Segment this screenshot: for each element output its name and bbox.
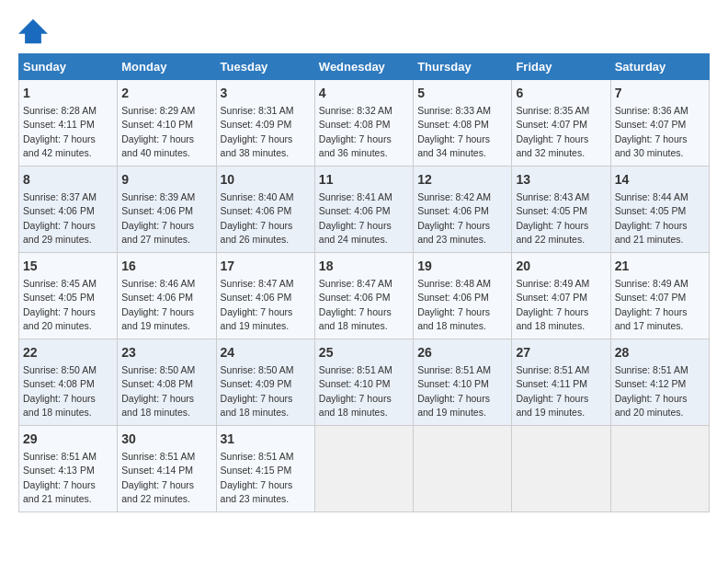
calendar-week-row: 29Sunrise: 8:51 AMSunset: 4:13 PMDayligh… [19, 425, 710, 511]
calendar-cell: 25Sunrise: 8:51 AMSunset: 4:10 PMDayligh… [314, 339, 413, 425]
day-info: Sunrise: 8:47 AMSunset: 4:06 PMDaylight:… [221, 278, 294, 332]
day-number: 26 [417, 344, 507, 362]
day-number: 6 [516, 85, 606, 102]
calendar-cell: 21Sunrise: 8:49 AMSunset: 4:07 PMDayligh… [610, 252, 709, 339]
day-info: Sunrise: 8:46 AMSunset: 4:06 PMDaylight:… [121, 278, 195, 332]
day-number: 20 [516, 258, 606, 275]
day-number: 27 [516, 344, 606, 362]
calendar-cell: 8Sunrise: 8:37 AMSunset: 4:06 PMDaylight… [19, 166, 118, 252]
day-number: 12 [417, 171, 507, 189]
calendar-cell [314, 425, 413, 511]
day-number: 14 [615, 171, 705, 189]
day-info: Sunrise: 8:51 AMSunset: 4:11 PMDaylight:… [516, 364, 589, 419]
day-info: Sunrise: 8:50 AMSunset: 4:09 PMDaylight:… [221, 364, 294, 419]
day-number: 8 [23, 171, 113, 189]
weekday-header: Monday [118, 54, 216, 80]
day-info: Sunrise: 8:51 AMSunset: 4:13 PMDaylight:… [23, 451, 97, 505]
calendar-cell [610, 425, 709, 511]
calendar-cell: 12Sunrise: 8:42 AMSunset: 4:06 PMDayligh… [414, 166, 512, 252]
weekday-row: SundayMondayTuesdayWednesdayThursdayFrid… [19, 54, 710, 80]
calendar-cell: 27Sunrise: 8:51 AMSunset: 4:11 PMDayligh… [512, 339, 610, 425]
calendar-cell: 3Sunrise: 8:31 AMSunset: 4:09 PMDaylight… [216, 80, 314, 167]
calendar-week-row: 1Sunrise: 8:28 AMSunset: 4:11 PMDaylight… [19, 80, 710, 167]
day-number: 9 [121, 171, 211, 189]
day-info: Sunrise: 8:32 AMSunset: 4:08 PMDaylight:… [319, 105, 392, 159]
calendar-week-row: 22Sunrise: 8:50 AMSunset: 4:08 PMDayligh… [19, 339, 710, 425]
calendar-cell: 9Sunrise: 8:39 AMSunset: 4:06 PMDaylight… [118, 166, 216, 252]
calendar-cell: 13Sunrise: 8:43 AMSunset: 4:05 PMDayligh… [512, 166, 610, 252]
day-info: Sunrise: 8:50 AMSunset: 4:08 PMDaylight:… [23, 364, 97, 419]
day-number: 11 [319, 171, 409, 189]
calendar-cell: 11Sunrise: 8:41 AMSunset: 4:06 PMDayligh… [314, 166, 413, 252]
day-info: Sunrise: 8:33 AMSunset: 4:08 PMDaylight:… [417, 105, 491, 159]
day-info: Sunrise: 8:51 AMSunset: 4:14 PMDaylight:… [121, 451, 195, 505]
calendar-cell [512, 425, 610, 511]
calendar-cell: 31Sunrise: 8:51 AMSunset: 4:15 PMDayligh… [216, 425, 314, 511]
day-info: Sunrise: 8:39 AMSunset: 4:06 PMDaylight:… [121, 191, 195, 246]
day-info: Sunrise: 8:48 AMSunset: 4:06 PMDaylight:… [417, 278, 491, 332]
day-info: Sunrise: 8:35 AMSunset: 4:07 PMDaylight:… [516, 105, 589, 159]
day-number: 13 [516, 171, 606, 189]
day-info: Sunrise: 8:37 AMSunset: 4:06 PMDaylight:… [23, 191, 97, 246]
day-number: 3 [221, 85, 311, 102]
day-info: Sunrise: 8:29 AMSunset: 4:10 PMDaylight:… [121, 105, 195, 159]
weekday-header: Tuesday [216, 54, 314, 80]
calendar-cell: 17Sunrise: 8:47 AMSunset: 4:06 PMDayligh… [216, 252, 314, 339]
weekday-header: Saturday [610, 54, 709, 80]
calendar-cell: 29Sunrise: 8:51 AMSunset: 4:13 PMDayligh… [19, 425, 118, 511]
day-info: Sunrise: 8:51 AMSunset: 4:10 PMDaylight:… [319, 364, 392, 419]
calendar-table: SundayMondayTuesdayWednesdayThursdayFrid… [18, 53, 710, 512]
weekday-header: Wednesday [314, 54, 413, 80]
calendar-cell: 26Sunrise: 8:51 AMSunset: 4:10 PMDayligh… [414, 339, 512, 425]
calendar-cell: 4Sunrise: 8:32 AMSunset: 4:08 PMDaylight… [314, 80, 413, 167]
calendar-cell: 22Sunrise: 8:50 AMSunset: 4:08 PMDayligh… [19, 339, 118, 425]
logo-icon [18, 18, 48, 44]
day-info: Sunrise: 8:51 AMSunset: 4:15 PMDaylight:… [221, 451, 294, 505]
calendar-cell: 20Sunrise: 8:49 AMSunset: 4:07 PMDayligh… [512, 252, 610, 339]
calendar-cell: 2Sunrise: 8:29 AMSunset: 4:10 PMDaylight… [118, 80, 216, 167]
weekday-header: Sunday [19, 54, 118, 80]
day-number: 23 [121, 344, 211, 362]
calendar-body: 1Sunrise: 8:28 AMSunset: 4:11 PMDaylight… [19, 80, 710, 512]
day-number: 4 [319, 85, 409, 102]
calendar-week-row: 8Sunrise: 8:37 AMSunset: 4:06 PMDaylight… [19, 166, 710, 252]
calendar-cell: 16Sunrise: 8:46 AMSunset: 4:06 PMDayligh… [118, 252, 216, 339]
svg-marker-0 [18, 19, 48, 44]
day-number: 7 [615, 85, 705, 102]
calendar-cell: 23Sunrise: 8:50 AMSunset: 4:08 PMDayligh… [118, 339, 216, 425]
calendar-cell: 14Sunrise: 8:44 AMSunset: 4:05 PMDayligh… [610, 166, 709, 252]
day-number: 22 [23, 344, 113, 362]
day-number: 24 [221, 344, 311, 362]
day-number: 21 [615, 258, 705, 275]
calendar-cell: 7Sunrise: 8:36 AMSunset: 4:07 PMDaylight… [610, 80, 709, 167]
calendar-cell: 1Sunrise: 8:28 AMSunset: 4:11 PMDaylight… [19, 80, 118, 167]
day-number: 16 [121, 258, 211, 275]
day-info: Sunrise: 8:51 AMSunset: 4:10 PMDaylight:… [417, 364, 491, 419]
day-info: Sunrise: 8:49 AMSunset: 4:07 PMDaylight:… [516, 278, 589, 332]
day-info: Sunrise: 8:36 AMSunset: 4:07 PMDaylight:… [615, 105, 688, 159]
day-number: 30 [121, 431, 211, 448]
calendar-cell: 19Sunrise: 8:48 AMSunset: 4:06 PMDayligh… [414, 252, 512, 339]
calendar-cell: 28Sunrise: 8:51 AMSunset: 4:12 PMDayligh… [610, 339, 709, 425]
day-number: 29 [23, 431, 113, 448]
day-info: Sunrise: 8:44 AMSunset: 4:05 PMDaylight:… [615, 191, 688, 246]
calendar-cell: 6Sunrise: 8:35 AMSunset: 4:07 PMDaylight… [512, 80, 610, 167]
day-number: 17 [221, 258, 311, 275]
calendar-cell: 10Sunrise: 8:40 AMSunset: 4:06 PMDayligh… [216, 166, 314, 252]
day-info: Sunrise: 8:40 AMSunset: 4:06 PMDaylight:… [221, 191, 294, 246]
day-info: Sunrise: 8:31 AMSunset: 4:09 PMDaylight:… [221, 105, 294, 159]
day-number: 18 [319, 258, 409, 275]
day-info: Sunrise: 8:28 AMSunset: 4:11 PMDaylight:… [23, 105, 97, 159]
weekday-header: Friday [512, 54, 610, 80]
day-number: 10 [221, 171, 311, 189]
calendar-cell [414, 425, 512, 511]
page-header [18, 18, 710, 44]
day-number: 19 [417, 258, 507, 275]
day-info: Sunrise: 8:51 AMSunset: 4:12 PMDaylight:… [615, 364, 688, 419]
weekday-header: Thursday [414, 54, 512, 80]
calendar-cell: 15Sunrise: 8:45 AMSunset: 4:05 PMDayligh… [19, 252, 118, 339]
day-info: Sunrise: 8:42 AMSunset: 4:06 PMDaylight:… [417, 191, 491, 246]
day-number: 25 [319, 344, 409, 362]
logo [18, 18, 51, 44]
day-info: Sunrise: 8:43 AMSunset: 4:05 PMDaylight:… [516, 191, 589, 246]
